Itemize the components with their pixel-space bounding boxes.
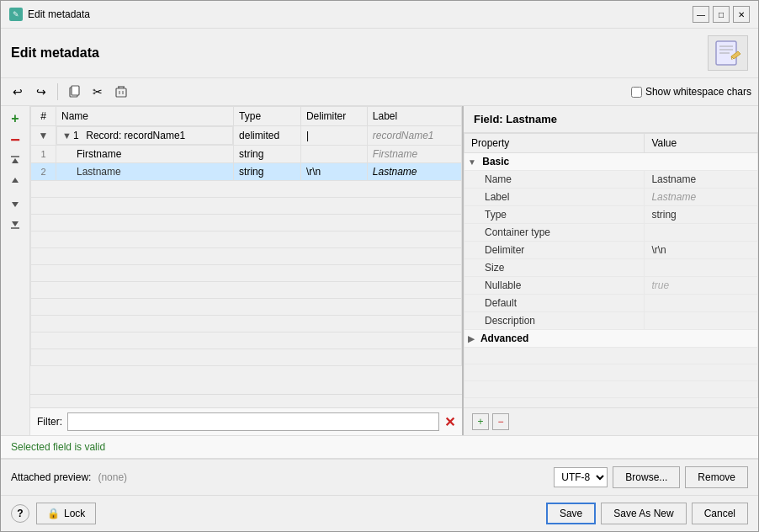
filter-input[interactable] (67, 412, 439, 431)
lock-button[interactable]: 🔒 Lock (36, 503, 96, 524)
status-bar: Selected field is valid (1, 435, 758, 459)
cut-button[interactable]: ✂ (88, 82, 108, 102)
col-header-delimiter: Delimiter (300, 107, 367, 126)
prop-delimiter-value: \r\n (645, 242, 758, 259)
move-bottom-button[interactable] (6, 215, 24, 233)
filter-label: Filter: (37, 416, 62, 428)
move-up-button[interactable] (6, 173, 24, 191)
maximize-button[interactable]: □ (713, 6, 730, 23)
save-button[interactable]: Save (546, 503, 596, 524)
table-row-empty (31, 265, 462, 282)
prop-description-value (645, 312, 758, 330)
type-cell: string (234, 146, 301, 163)
show-whitespace-checkbox[interactable] (631, 87, 642, 98)
type-cell: delimited (234, 126, 301, 146)
prop-container-row[interactable]: Container type (464, 224, 758, 242)
table-row-empty (31, 349, 462, 366)
section-basic-row[interactable]: ▼ Basic (464, 153, 758, 171)
prop-label-value: Lastname (645, 189, 758, 206)
browse-button[interactable]: Browse... (613, 466, 680, 488)
table-row-empty (31, 332, 462, 349)
move-top-button[interactable] (6, 152, 24, 170)
prop-default-label: Default (464, 295, 645, 312)
prop-default-row[interactable]: Default (464, 295, 758, 312)
redo-button[interactable]: ↪ (31, 82, 51, 102)
left-panel: + − (1, 106, 30, 435)
empty-row (464, 348, 758, 364)
prop-name-row[interactable]: Name Lastname (464, 171, 758, 189)
remove-preview-button[interactable]: Remove (685, 466, 748, 488)
section-advanced-row[interactable]: ▶ Advanced (464, 330, 758, 348)
delete-button[interactable] (111, 82, 131, 102)
prop-type-row[interactable]: Type string (464, 206, 758, 224)
table-row-empty (31, 215, 462, 231)
title-bar: ✎ Edit metadata — □ ✕ (1, 1, 758, 29)
svg-marker-18 (12, 221, 19, 226)
prop-name-value: Lastname (645, 171, 758, 189)
footer-right: Save Save As New Cancel (546, 503, 748, 524)
table-row-empty (31, 316, 462, 332)
table-row[interactable]: ▼ ▼ 1 Record: recordName1 delimited | re… (31, 126, 462, 146)
bottom-bar: Attached preview: (none) UTF-8 Browse...… (1, 459, 758, 495)
props-container[interactable]: Property Value ▼ Basic (464, 133, 758, 407)
prop-description-label: Description (464, 312, 645, 330)
prop-description-row[interactable]: Description (464, 312, 758, 330)
toolbar-left: ↩ ↪ ✂ (8, 82, 131, 102)
prop-label-row[interactable]: Label Lastname (464, 189, 758, 206)
show-whitespace-label[interactable]: Show whitespace chars (631, 86, 751, 98)
encoding-select[interactable]: UTF-8 (554, 467, 608, 487)
prop-size-value (645, 259, 758, 277)
footer: ? 🔒 Lock Save Save As New Cancel (1, 495, 758, 531)
prop-name-label: Name (464, 171, 645, 189)
prop-size-row[interactable]: Size (464, 259, 758, 277)
prop-delimiter-label: Delimiter (464, 242, 645, 259)
expand-advanced-icon: ▶ (468, 334, 475, 343)
add-record-button[interactable]: + (6, 109, 24, 128)
table-row-empty (31, 299, 462, 316)
main-window: ✎ Edit metadata — □ ✕ Edit metadata ↩ ↪ (0, 0, 759, 532)
prop-default-value (645, 295, 758, 312)
lock-label: Lock (64, 508, 85, 519)
minimize-button[interactable]: — (693, 6, 709, 23)
type-cell: string (234, 163, 301, 181)
section-basic-text: Basic (482, 156, 509, 168)
table-row-empty (31, 198, 462, 215)
prop-size-label: Size (464, 259, 645, 277)
window-header: Edit metadata (1, 29, 758, 77)
table-container[interactable]: # Name Type Delimiter Label ▼ (30, 106, 462, 394)
save-as-new-button[interactable]: Save As New (601, 503, 686, 524)
svg-marker-15 (12, 178, 19, 183)
section-basic-label: ▼ Basic (464, 153, 758, 171)
move-down-button[interactable] (6, 194, 24, 212)
footer-left: ? 🔒 Lock (11, 503, 96, 524)
lock-icon: 🔒 (47, 508, 60, 519)
copy-button[interactable] (64, 82, 84, 102)
prop-nullable-row[interactable]: Nullable true (464, 277, 758, 295)
split-view: # Name Type Delimiter Label ▼ (30, 106, 758, 435)
table-row-empty (31, 231, 462, 248)
table-scrollbar[interactable] (30, 394, 462, 407)
help-button[interactable]: ? (11, 504, 29, 523)
prop-container-value (645, 224, 758, 242)
val-col-header: Value (645, 134, 758, 153)
filter-clear-button[interactable]: ✕ (444, 414, 455, 430)
delimiter-cell (300, 146, 367, 163)
empty-row (464, 364, 758, 381)
label-cell: recordName1 (367, 126, 461, 146)
add-property-button[interactable]: + (472, 413, 489, 430)
toolbar-separator (57, 83, 58, 100)
remove-record-button[interactable]: − (6, 130, 24, 149)
collapse-basic-icon: ▼ (468, 157, 476, 167)
close-button[interactable]: ✕ (733, 6, 750, 23)
prop-label-label: Label (464, 189, 645, 206)
empty-row (464, 381, 758, 398)
record-num-cell: ▼ 1 Record: recordName1 (56, 126, 233, 145)
table-row[interactable]: 1 Firstname string Firstname (31, 146, 462, 163)
metadata-table: # Name Type Delimiter Label ▼ (30, 106, 462, 366)
undo-button[interactable]: ↩ (8, 82, 28, 102)
remove-property-button[interactable]: − (492, 413, 509, 430)
cancel-button[interactable]: Cancel (692, 503, 748, 524)
table-row[interactable]: 2 Lastname string \r\n Lastname (31, 163, 462, 181)
prop-delimiter-row[interactable]: Delimiter \r\n (464, 242, 758, 259)
app-icon: ✎ (9, 8, 23, 21)
